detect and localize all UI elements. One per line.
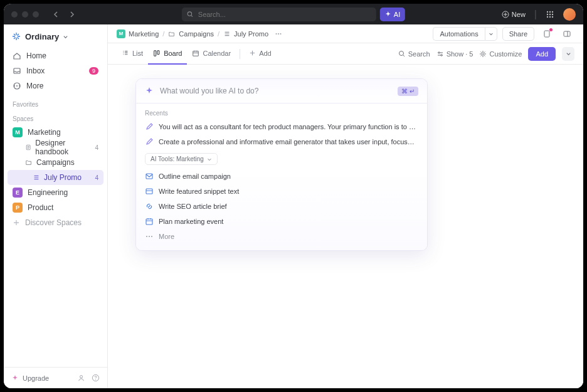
list-icon [223, 30, 231, 38]
tree-label: Designer handbook [35, 139, 91, 156]
space-marketing[interactable]: MMarketing [4, 125, 107, 140]
tab-calendar[interactable]: Calendar [187, 43, 236, 65]
ai-label: AI [394, 11, 400, 18]
more-icon[interactable] [275, 30, 282, 38]
space-badge: M [13, 127, 23, 137]
minimize-dot[interactable] [22, 11, 28, 18]
more-icon [13, 82, 21, 90]
ai-tool-3[interactable]: Plan marketing event [136, 214, 427, 229]
svg-point-35 [146, 236, 147, 237]
panel-toggle-icon[interactable] [559, 27, 574, 41]
crumb-marketing[interactable]: MMarketing [117, 29, 159, 38]
view-search-button[interactable]: Search [398, 50, 430, 58]
pencil-icon [145, 122, 154, 131]
svg-point-10 [552, 16, 553, 17]
lines-icon [33, 174, 40, 181]
help-icon[interactable] [92, 374, 100, 382]
svg-point-4 [552, 11, 553, 12]
pencil-icon [145, 137, 154, 146]
nav-inbox[interactable]: Inbox9 [8, 63, 103, 78]
svg-point-37 [151, 236, 152, 237]
svg-point-31 [482, 53, 484, 55]
titlebar: AI New | [4, 4, 583, 24]
view-customize-button[interactable]: Customize [479, 50, 522, 58]
plus-circle-icon [502, 11, 509, 18]
nav-back-button[interactable] [50, 8, 63, 21]
tab-label: List [132, 50, 143, 57]
ai-tool-label: Write SEO article brief [159, 203, 227, 210]
space-label: Product [28, 203, 53, 212]
ai-tool-0[interactable]: Outline email campaign [136, 169, 427, 184]
zoom-dot[interactable] [33, 11, 39, 18]
svg-point-7 [552, 13, 553, 14]
ai-tool-label: Write featured snippet text [159, 188, 239, 195]
discover-spaces[interactable]: Discover Spaces [4, 215, 107, 230]
list-icon [122, 50, 129, 57]
svg-point-3 [549, 11, 551, 12]
share-button[interactable]: Share [502, 27, 534, 41]
new-button[interactable]: New [502, 11, 526, 18]
add-task-button[interactable]: Add [528, 47, 556, 61]
ai-prompt-input[interactable]: What would you like AI to do? [160, 87, 391, 95]
tab-list[interactable]: List [117, 43, 148, 65]
nav-forward-button[interactable] [65, 8, 78, 21]
svg-rect-25 [154, 50, 156, 56]
card-icon [145, 187, 154, 196]
ai-tool-label: Outline email campaign [159, 172, 231, 180]
svg-rect-24 [564, 31, 570, 36]
workspace-switcher[interactable]: Ordinary [4, 27, 107, 46]
crumb-campaigns[interactable]: Campaigns [168, 30, 214, 38]
plus-icon [249, 50, 256, 56]
sparkle-icon [145, 87, 154, 95]
ai-recent-0[interactable]: You will act as a consultant for tech pr… [136, 119, 427, 134]
upgrade-label: Upgrade [23, 374, 49, 382]
search-icon [187, 11, 194, 18]
favorites-section-label: Favorites [4, 96, 107, 110]
crumb-label: Campaigns [179, 30, 214, 38]
tree-julypromo[interactable]: July Promo4 [8, 170, 103, 185]
tab-board[interactable]: Board [148, 43, 187, 65]
ai-more[interactable]: More [136, 229, 427, 244]
ai-tool-2[interactable]: Write SEO article brief [136, 199, 427, 214]
sparkle-icon [11, 374, 19, 382]
tree-count: 4 [95, 144, 98, 151]
add-task-caret[interactable] [562, 47, 574, 61]
tree-designer[interactable]: Designer handbook4 [8, 140, 103, 155]
tree-label: Campaigns [36, 158, 75, 167]
add-view-button[interactable]: Add [244, 43, 277, 65]
close-dot[interactable] [11, 11, 18, 18]
doc-icon [25, 144, 31, 151]
svg-point-36 [149, 236, 150, 237]
upgrade-button[interactable]: Upgrade [11, 374, 49, 382]
notifications-icon[interactable] [539, 27, 554, 41]
ai-tools-dropdown[interactable]: AI Tools: Marketing [145, 153, 218, 165]
space-product[interactable]: PProduct [4, 200, 107, 215]
person-icon[interactable] [77, 374, 85, 382]
space-engineering[interactable]: EEngineering [4, 185, 107, 200]
global-search-input[interactable] [182, 8, 376, 21]
discover-label: Discover Spaces [25, 218, 82, 227]
user-avatar[interactable] [563, 8, 576, 21]
nav-more[interactable]: More [8, 78, 103, 93]
crumb-july-promo[interactable]: July Promo [223, 30, 268, 38]
crumb-label: Marketing [129, 30, 159, 38]
apps-grid-icon[interactable] [546, 10, 554, 19]
nav-label: Inbox [26, 66, 45, 75]
nav-label: More [26, 82, 43, 90]
ai-recent-1[interactable]: Create a professional and informative em… [136, 134, 427, 149]
ai-recent-text: Create a professional and informative em… [159, 138, 416, 146]
view-show-button[interactable]: Show · 5 [436, 50, 473, 58]
tree-campaigns[interactable]: Campaigns [8, 155, 103, 170]
folder-icon [168, 30, 176, 38]
svg-point-13 [16, 85, 18, 87]
nav-home[interactable]: Home [8, 48, 103, 63]
ai-tool-1[interactable]: Write featured snippet text [136, 184, 427, 199]
automations-button[interactable]: Automations [433, 27, 484, 41]
crumb-label: July Promo [234, 30, 268, 38]
svg-point-2 [547, 11, 548, 12]
automations-caret[interactable] [485, 27, 497, 41]
workspace-logo-icon [11, 31, 21, 41]
more-icon [145, 232, 154, 241]
ai-button[interactable]: AI [380, 8, 405, 21]
add-view-label: Add [259, 50, 272, 57]
